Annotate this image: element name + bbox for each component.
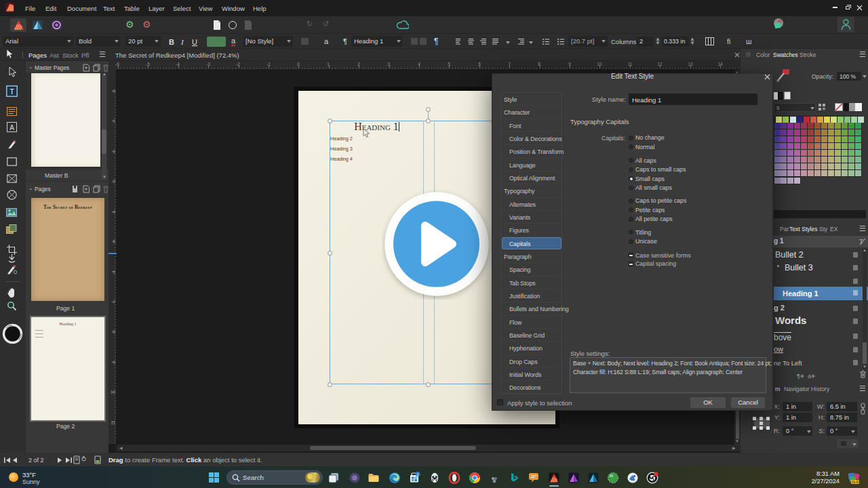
svg-text:T: T bbox=[9, 87, 14, 96]
svg-text:¶: ¶ bbox=[797, 373, 800, 380]
svg-text:1: 1 bbox=[417, 472, 419, 476]
svg-text:A: A bbox=[9, 124, 14, 131]
svg-text:a: a bbox=[808, 373, 811, 380]
svg-text:OLD: OLD bbox=[852, 480, 859, 484]
